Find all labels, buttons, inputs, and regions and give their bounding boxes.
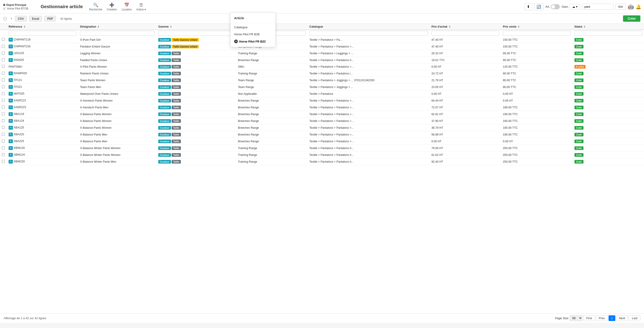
row-checkbox[interactable] — [2, 139, 5, 142]
filter-gamme-input[interactable] — [158, 31, 234, 36]
edit-icon[interactable]: ✎ — [8, 112, 13, 116]
th-designation[interactable]: Désignation ⬍ — [78, 24, 156, 30]
row-designation: Pantalon Enfant Garçon — [78, 43, 156, 50]
th-prix-vente[interactable]: Prix vente ⬍ — [501, 24, 572, 30]
filter-prixachat-input[interactable] — [432, 31, 499, 36]
row-checkbox[interactable] — [2, 146, 5, 149]
edit-icon[interactable]: ✎ — [8, 126, 13, 130]
edit-icon[interactable]: ✎ — [8, 58, 13, 62]
nav-creation[interactable]: ➕ Création — [107, 3, 117, 11]
row-checkbox[interactable] — [2, 106, 5, 109]
edit-icon[interactable]: ✎ — [8, 85, 13, 89]
badge-couleur: Couleur — [158, 58, 171, 62]
row-statut: Créé — [573, 158, 644, 165]
edit-icon[interactable]: ✎ — [8, 99, 13, 102]
gam-dropdown-btn[interactable]: ☁ ▾ — [570, 4, 580, 10]
row-checkbox[interactable] — [2, 72, 5, 75]
nav-recherche[interactable]: 🔍 Recherche — [89, 3, 102, 11]
filter-designation-input[interactable] — [80, 31, 155, 36]
edit-icon[interactable]: ✎ — [8, 38, 13, 42]
edit-icon[interactable]: ✎ — [8, 132, 13, 136]
pdf-button[interactable]: PDF — [44, 16, 56, 22]
row-prix-vente: 0.00 HT — [501, 90, 572, 97]
row-checkbox[interactable] — [2, 65, 5, 68]
row-checkbox[interactable] — [2, 38, 5, 41]
edit-icon[interactable]: ✎ — [8, 146, 13, 150]
row-gamme: CouleurTaille — [156, 111, 236, 118]
filter-prixvente-input[interactable] — [503, 31, 570, 36]
edit-icon[interactable]: ✎ — [8, 105, 13, 109]
filter-statut-input[interactable] — [574, 31, 642, 36]
store-name-2[interactable]: 🛒 Horse Pilot BTOB — [3, 7, 34, 10]
row-checkbox[interactable] — [2, 45, 5, 48]
nav-recherche-label: Recherche — [89, 8, 102, 11]
row-checkbox[interactable] — [2, 133, 5, 136]
th-prix-achat[interactable]: Prix d'achat ⬍ — [430, 24, 501, 30]
th-gamme[interactable]: Gamme ⬍ — [156, 24, 236, 30]
row-famille: Breeches Range — [236, 118, 308, 124]
store-name-1[interactable]: 🖥 Depot Principal — [3, 4, 34, 7]
sort-pa-icon: ⬍ — [449, 25, 451, 28]
th-catalogue[interactable]: Catalogue — [308, 24, 430, 30]
excel-button[interactable]: Excel — [29, 16, 42, 22]
edit-icon[interactable]: ✎ — [8, 78, 13, 82]
prev-page-button[interactable]: Prev — [596, 315, 608, 321]
row-famille: Breeches Range — [236, 124, 308, 131]
row-checkbox[interactable] — [2, 52, 5, 55]
row-checkbox[interactable] — [2, 78, 5, 81]
row-checkbox[interactable] — [2, 119, 5, 122]
create-button[interactable]: Créer — [623, 15, 640, 22]
edit-icon[interactable]: ✎ — [8, 119, 13, 123]
art-toggle[interactable] — [551, 4, 560, 9]
row-checkbox[interactable] — [2, 85, 5, 88]
edit-icon[interactable]: ✎ — [8, 160, 13, 163]
row-reference: ✎ XBA225 — [7, 138, 78, 145]
nav-action[interactable]: ☰ Action ▾ — [136, 3, 146, 11]
edit-icon[interactable]: ✎ — [8, 71, 13, 75]
row-checkbox[interactable] — [2, 126, 5, 129]
row-checkbox[interactable] — [2, 92, 5, 95]
th-statut[interactable]: Statut ⬍ — [573, 24, 644, 30]
row-statut: Créé — [573, 77, 644, 84]
row-checkbox[interactable] — [2, 153, 5, 156]
filter-reference-input[interactable] — [8, 31, 76, 36]
row-checkbox[interactable] — [2, 112, 5, 115]
dropdown-item-b2b[interactable]: Horse Pilot FR B2B — [230, 31, 275, 38]
notification-bell[interactable]: 🔔 — [636, 4, 641, 10]
badge-taille: Taille — [172, 139, 181, 143]
row-catalogue: Textile > Pantalons > Pantalons >... — [308, 118, 430, 124]
edit-icon[interactable]: ✎ — [8, 153, 13, 157]
last-page-button[interactable]: Last — [629, 315, 640, 321]
dropdown-item-catalogue[interactable]: Catalogue — [230, 24, 275, 31]
edit-icon[interactable]: ✎ — [8, 139, 13, 143]
filter-catalogue-input[interactable] — [309, 31, 428, 36]
first-page-button[interactable]: First — [583, 315, 595, 321]
status-badge: Créé — [574, 78, 584, 82]
row-gamme: CouleurTaille — [156, 64, 236, 70]
select-all-checkbox[interactable] — [4, 17, 6, 20]
upload-button[interactable]: ⬆ — [524, 3, 532, 10]
row-checkbox[interactable] — [2, 58, 5, 61]
row-checkbox[interactable] — [2, 160, 5, 163]
refresh-button[interactable]: 🔄 — [534, 3, 544, 10]
edit-icon[interactable]: ✎ — [8, 92, 13, 96]
th-reference[interactable]: Référence ⬍ — [7, 24, 78, 30]
badge-taille: Taille — [172, 119, 181, 123]
edit-icon[interactable]: ✎ — [8, 51, 13, 55]
csv-button[interactable]: CSV — [15, 16, 27, 22]
badge-taille: Taille — [172, 99, 181, 102]
row-catalogue: Textile > Pantalons > Pantalons i... — [308, 70, 430, 77]
table-row: ✎ LEG125Legging WomenCouleurTailleTraini… — [0, 50, 644, 57]
row-famille: Training Range — [236, 158, 308, 165]
badge-couleur: Couleur — [158, 45, 171, 48]
nav-location[interactable]: 📅 Location — [122, 3, 132, 11]
robot-icon[interactable]: 🤖 — [628, 4, 634, 10]
page-size-select[interactable]: 50 25 100 — [570, 315, 582, 321]
filter-prixachat-col — [430, 30, 501, 36]
go-button[interactable]: Go! — [615, 4, 626, 10]
dropdown-item-b2c[interactable]: ➤ Horse Pilot FR B2C — [230, 38, 275, 45]
next-page-button[interactable]: Next — [616, 315, 628, 321]
edit-icon[interactable]: ✎ — [8, 45, 13, 48]
row-checkbox[interactable] — [2, 99, 5, 102]
search-input[interactable] — [582, 4, 614, 10]
